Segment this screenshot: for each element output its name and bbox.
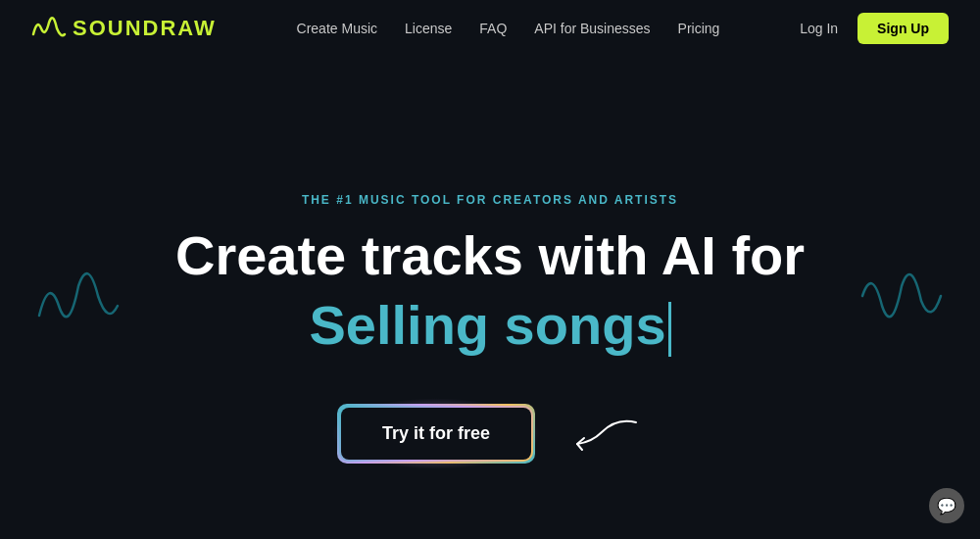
cta-button-label: Try it for free — [382, 423, 490, 444]
chat-icon: 💬 — [937, 497, 956, 515]
logo-brand-text: SOUNDRAW — [73, 16, 217, 40]
nav-links: Create Music License FAQ API for Busines… — [297, 21, 720, 36]
wave-decoration-left — [29, 257, 127, 339]
hero-title: Create tracks with AI for — [175, 224, 805, 287]
cta-button-wrapper: Try it for free — [339, 406, 533, 462]
cta-button[interactable]: Try it for free — [341, 408, 531, 460]
navbar: SOUNDRAW Create Music License FAQ API fo… — [0, 0, 980, 57]
login-button[interactable]: Log In — [800, 21, 838, 36]
wave-decoration-right — [853, 257, 951, 339]
logo-text: SOUNDRAW — [73, 16, 217, 41]
nav-actions: Log In Sign Up — [800, 13, 949, 44]
hero-tagline: THE #1 MUSIC TOOL FOR CREATORS AND ARTIS… — [302, 193, 678, 207]
nav-api[interactable]: API for Businesses — [534, 21, 650, 36]
chat-bubble[interactable]: 💬 — [929, 488, 964, 523]
nav-license[interactable]: License — [405, 21, 452, 36]
signup-button[interactable]: Sign Up — [858, 13, 949, 44]
nav-create-music[interactable]: Create Music — [297, 21, 377, 36]
arrow-decoration — [563, 413, 641, 456]
cta-area: Try it for free — [339, 406, 641, 462]
hero-subtitle: Selling songs — [309, 293, 670, 357]
hero-section: THE #1 MUSIC TOOL FOR CREATORS AND ARTIS… — [0, 57, 980, 539]
logo[interactable]: SOUNDRAW — [31, 15, 217, 42]
logo-icon — [31, 15, 67, 42]
nav-faq[interactable]: FAQ — [479, 21, 507, 36]
nav-pricing[interactable]: Pricing — [678, 21, 720, 36]
